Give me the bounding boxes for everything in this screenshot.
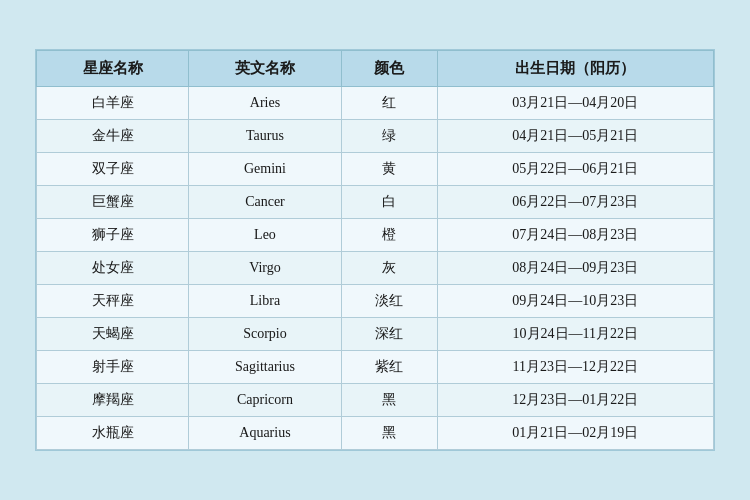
- cell-dates: 04月21日—05月21日: [437, 120, 713, 153]
- cell-dates: 10月24日—11月22日: [437, 318, 713, 351]
- cell-chinese-name: 天秤座: [37, 285, 189, 318]
- cell-dates: 08月24日—09月23日: [437, 252, 713, 285]
- cell-dates: 12月23日—01月22日: [437, 384, 713, 417]
- cell-color: 黑: [341, 417, 437, 450]
- cell-dates: 07月24日—08月23日: [437, 219, 713, 252]
- table-row: 巨蟹座Cancer白06月22日—07月23日: [37, 186, 714, 219]
- header-english-name: 英文名称: [189, 51, 341, 87]
- cell-chinese-name: 白羊座: [37, 87, 189, 120]
- table-row: 双子座Gemini黄05月22日—06月21日: [37, 153, 714, 186]
- cell-english-name: Capricorn: [189, 384, 341, 417]
- table-row: 处女座Virgo灰08月24日—09月23日: [37, 252, 714, 285]
- cell-chinese-name: 射手座: [37, 351, 189, 384]
- cell-color: 红: [341, 87, 437, 120]
- cell-color: 黑: [341, 384, 437, 417]
- table-row: 水瓶座Aquarius黑01月21日—02月19日: [37, 417, 714, 450]
- cell-color: 淡红: [341, 285, 437, 318]
- zodiac-table-container: 星座名称 英文名称 颜色 出生日期（阳历） 白羊座Aries红03月21日—04…: [35, 49, 715, 451]
- cell-dates: 09月24日—10月23日: [437, 285, 713, 318]
- table-header-row: 星座名称 英文名称 颜色 出生日期（阳历）: [37, 51, 714, 87]
- table-row: 狮子座Leo橙07月24日—08月23日: [37, 219, 714, 252]
- cell-color: 白: [341, 186, 437, 219]
- table-row: 金牛座Taurus绿04月21日—05月21日: [37, 120, 714, 153]
- cell-english-name: Sagittarius: [189, 351, 341, 384]
- table-row: 射手座Sagittarius紫红11月23日—12月22日: [37, 351, 714, 384]
- cell-chinese-name: 巨蟹座: [37, 186, 189, 219]
- cell-color: 紫红: [341, 351, 437, 384]
- cell-dates: 06月22日—07月23日: [437, 186, 713, 219]
- cell-english-name: Scorpio: [189, 318, 341, 351]
- header-chinese-name: 星座名称: [37, 51, 189, 87]
- cell-english-name: Virgo: [189, 252, 341, 285]
- cell-color: 灰: [341, 252, 437, 285]
- cell-chinese-name: 天蝎座: [37, 318, 189, 351]
- table-row: 天蝎座Scorpio深红10月24日—11月22日: [37, 318, 714, 351]
- table-row: 天秤座Libra淡红09月24日—10月23日: [37, 285, 714, 318]
- cell-chinese-name: 摩羯座: [37, 384, 189, 417]
- cell-english-name: Taurus: [189, 120, 341, 153]
- cell-chinese-name: 处女座: [37, 252, 189, 285]
- table-row: 白羊座Aries红03月21日—04月20日: [37, 87, 714, 120]
- header-dates: 出生日期（阳历）: [437, 51, 713, 87]
- cell-dates: 05月22日—06月21日: [437, 153, 713, 186]
- cell-english-name: Gemini: [189, 153, 341, 186]
- cell-english-name: Cancer: [189, 186, 341, 219]
- header-color: 颜色: [341, 51, 437, 87]
- zodiac-table: 星座名称 英文名称 颜色 出生日期（阳历） 白羊座Aries红03月21日—04…: [36, 50, 714, 450]
- cell-english-name: Libra: [189, 285, 341, 318]
- cell-dates: 03月21日—04月20日: [437, 87, 713, 120]
- cell-color: 橙: [341, 219, 437, 252]
- table-body: 白羊座Aries红03月21日—04月20日金牛座Taurus绿04月21日—0…: [37, 87, 714, 450]
- cell-english-name: Leo: [189, 219, 341, 252]
- cell-color: 绿: [341, 120, 437, 153]
- cell-chinese-name: 金牛座: [37, 120, 189, 153]
- cell-chinese-name: 水瓶座: [37, 417, 189, 450]
- cell-english-name: Aquarius: [189, 417, 341, 450]
- cell-color: 深红: [341, 318, 437, 351]
- table-row: 摩羯座Capricorn黑12月23日—01月22日: [37, 384, 714, 417]
- cell-color: 黄: [341, 153, 437, 186]
- cell-chinese-name: 狮子座: [37, 219, 189, 252]
- cell-chinese-name: 双子座: [37, 153, 189, 186]
- cell-dates: 11月23日—12月22日: [437, 351, 713, 384]
- cell-english-name: Aries: [189, 87, 341, 120]
- cell-dates: 01月21日—02月19日: [437, 417, 713, 450]
